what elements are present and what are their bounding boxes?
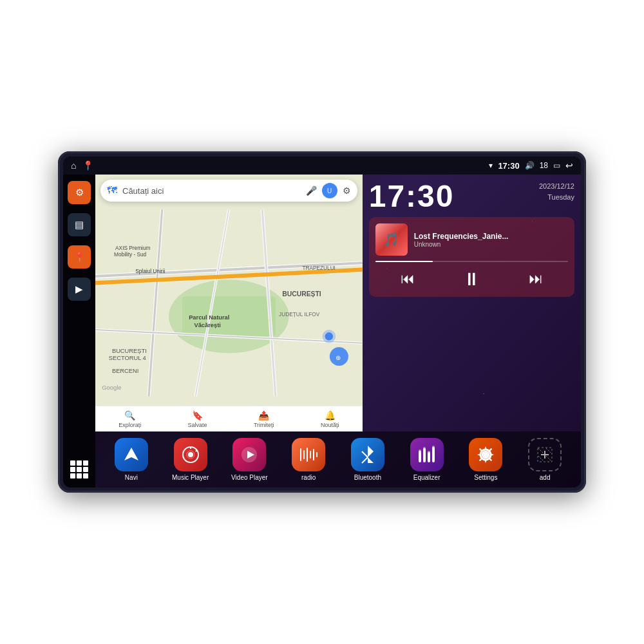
equalizer-label: Equalizer — [413, 474, 440, 481]
album-art: 🎵 — [375, 223, 408, 256]
svg-rect-51 — [428, 451, 430, 453]
music-artist: Unknown — [414, 241, 568, 248]
sidebar-item-map[interactable]: 📍 — [68, 245, 91, 269]
battery-icon: ▭ — [553, 161, 560, 170]
explore-icon: 🔍 — [124, 410, 135, 421]
map-tab-news[interactable]: 🔔 Noutăți — [321, 410, 339, 428]
settings-icon: ⚙ — [75, 187, 84, 198]
music-info-row: 🎵 Lost Frequencies_Janie... Unknown — [375, 223, 568, 256]
svg-rect-49 — [419, 450, 421, 452]
map-search-input[interactable]: Căutați aici — [122, 186, 301, 196]
music-progress-fill — [375, 261, 433, 262]
microphone-icon[interactable]: 🎤 — [306, 185, 317, 196]
svg-line-44 — [362, 457, 368, 463]
svg-text:SECTORUL 4: SECTORUL 4 — [109, 355, 146, 361]
svg-text:⊕: ⊕ — [336, 354, 341, 361]
app-grid-button[interactable] — [68, 458, 91, 481]
top-split: Splaiul Unirii Parcul Natural Văcărești … — [95, 175, 581, 431]
music-text: Lost Frequencies_Janie... Unknown — [414, 232, 568, 248]
content-area: Splaiul Unirii Parcul Natural Văcărești … — [95, 175, 581, 488]
svg-text:TRAPEZULUI: TRAPEZULUI — [302, 265, 336, 271]
app-item-bluetooth[interactable]: Bluetooth — [348, 438, 387, 481]
app-item-add[interactable]: add — [526, 438, 564, 481]
svg-text:BERCENI: BERCENI — [112, 368, 138, 374]
previous-button[interactable]: ⏮ — [396, 267, 419, 290]
next-button[interactable]: ⏭ — [524, 267, 547, 290]
settings-app-icon — [469, 438, 502, 471]
sidebar-bottom — [68, 458, 91, 481]
app-item-video-player[interactable]: Video Player — [230, 438, 269, 481]
home-icon[interactable]: ⌂ — [71, 160, 76, 171]
app-item-equalizer[interactable]: Equalizer — [408, 438, 446, 481]
svg-text:Mobility - Sud: Mobility - Sud — [114, 251, 147, 258]
grid-icon — [70, 460, 88, 478]
svg-marker-29 — [124, 448, 138, 460]
app-item-radio[interactable]: radio — [289, 438, 328, 481]
svg-rect-46 — [423, 448, 426, 462]
app-grid-section: Navi — [95, 431, 581, 488]
radio-label: radio — [301, 474, 316, 481]
navi-icon — [115, 438, 148, 471]
location-pin-icon: 📍 — [74, 252, 85, 262]
svg-text:Parcul Natural: Parcul Natural — [189, 314, 229, 321]
svg-point-55 — [483, 452, 488, 457]
clock-time: 17:30 — [369, 181, 455, 212]
map-searchbar[interactable]: 🗺 Căutați aici 🎤 U ⚙ — [100, 180, 357, 202]
sidebar-item-nav[interactable]: ▶ — [68, 278, 91, 301]
car-head-unit: ⌂ 📍 ▾ 17:30 🔊 18 ▭ ↩ ⚙ ▤ — [58, 151, 586, 493]
user-avatar[interactable]: U — [322, 183, 337, 198]
screen: ⌂ 📍 ▾ 17:30 🔊 18 ▭ ↩ ⚙ ▤ — [63, 156, 581, 488]
svg-line-58 — [538, 456, 544, 461]
pause-button[interactable]: ⏸ — [460, 267, 483, 290]
map-tab-explore[interactable]: 🔍 Explorați — [118, 410, 141, 428]
map-svg: Splaiul Unirii Parcul Natural Văcărești … — [95, 175, 363, 431]
files-icon: ▤ — [75, 219, 84, 231]
navigation-icon: ▶ — [75, 283, 83, 295]
map-tabs: 🔍 Explorați 🔖 Salvate 📤 Trimiteți — [95, 406, 363, 431]
app-grid: Navi — [105, 438, 571, 481]
svg-line-56 — [538, 448, 544, 453]
news-icon: 🔔 — [325, 410, 336, 421]
music-player-label: Music Player — [172, 474, 209, 481]
news-label: Noutăți — [321, 422, 339, 428]
bluetooth-icon — [351, 438, 384, 471]
map-container[interactable]: Splaiul Unirii Parcul Natural Văcărești … — [95, 175, 363, 431]
svg-text:Google: Google — [102, 384, 121, 391]
svg-rect-52 — [432, 446, 435, 448]
svg-text:Văcărești: Văcărești — [194, 322, 221, 328]
svg-point-31 — [188, 452, 193, 457]
svg-line-43 — [362, 451, 368, 457]
radio-icon — [292, 438, 325, 471]
battery-level: 18 — [540, 161, 548, 170]
music-player-icon — [174, 438, 207, 471]
equalizer-icon — [410, 438, 444, 471]
svg-point-27 — [322, 330, 336, 343]
sidebar-item-settings[interactable]: ⚙ — [68, 181, 91, 204]
status-bar: ⌂ 📍 ▾ 17:30 🔊 18 ▭ ↩ — [63, 156, 581, 175]
svg-rect-39 — [307, 448, 308, 462]
app-item-navi[interactable]: Navi — [112, 438, 151, 481]
app-item-music-player[interactable]: Music Player — [171, 438, 210, 481]
back-icon[interactable]: ↩ — [565, 160, 573, 171]
sidebar-item-files[interactable]: ▤ — [68, 213, 91, 236]
status-time: 17:30 — [498, 161, 519, 171]
svg-rect-38 — [303, 450, 305, 459]
map-icon[interactable]: 📍 — [82, 160, 93, 171]
clock-section: 17:30 2023/12/12 Tuesday — [369, 181, 574, 212]
share-label: Trimiteți — [254, 422, 274, 428]
map-tab-share[interactable]: 📤 Trimiteți — [254, 410, 274, 428]
svg-line-33 — [196, 450, 197, 451]
map-tab-saved[interactable]: 🔖 Salvate — [188, 410, 207, 428]
app-item-settings[interactable]: Settings — [466, 438, 505, 481]
sidebar: ⚙ ▤ 📍 ▶ — [63, 175, 95, 488]
add-label: add — [540, 474, 551, 481]
svg-line-59 — [546, 456, 551, 461]
clock-date: 2023/12/12 Tuesday — [539, 181, 574, 202]
map-settings-icon[interactable]: ⚙ — [343, 185, 351, 196]
svg-rect-42 — [316, 452, 317, 457]
music-widget: 🎵 Lost Frequencies_Janie... Unknown — [369, 217, 574, 297]
volume-icon: 🔊 — [525, 161, 535, 170]
svg-rect-40 — [310, 451, 311, 459]
music-progress-bar[interactable] — [375, 261, 568, 262]
map-inner: Splaiul Unirii Parcul Natural Văcărești … — [95, 175, 363, 431]
